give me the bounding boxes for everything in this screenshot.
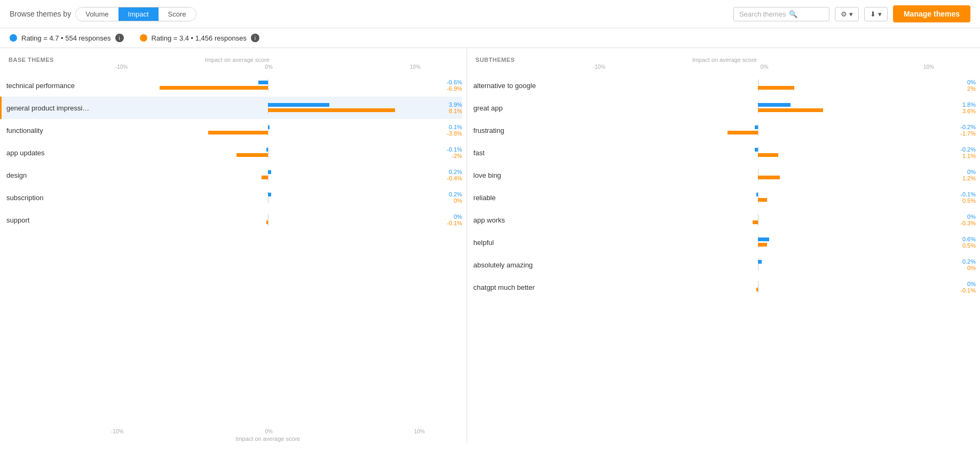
right-chart-label: Impact on average score [515,57,934,63]
value-orange: 1.2% [938,175,976,181]
value-blue: 0.6% [938,236,976,242]
value-col: 3.9%8.1% [425,101,462,114]
value-orange: -0.3% [938,220,976,226]
tab-volume[interactable]: Volume [76,7,118,21]
info-icon-1[interactable]: i [115,34,124,42]
value-blue: 0% [425,213,462,220]
info-icon-2[interactable]: i [251,34,259,42]
legend-item-2: Rating = 3.4 • 1,456 responses i [140,34,259,42]
bar-chart-container [111,169,425,181]
top-bar: Browse themes by Volume Impact Score Sea… [0,0,980,28]
theme-name: frustrating [471,126,578,134]
left-bottom-axis-center: 0% [265,429,272,434]
value-blue: -0.1% [425,146,462,153]
value-orange: 0% [938,265,976,271]
value-blue: 0% [938,213,976,220]
theme-row[interactable]: absolutely amazing0.2%0% [471,254,976,276]
theme-row[interactable]: general product impressi…3.9%8.1% [0,97,462,119]
value-col: -0.2%1.1% [938,146,976,159]
legend-label-1: Rating = 4.7 • 554 responses [21,34,111,42]
left-panel-header: BASE THEMES Impact on average score -10%… [0,57,467,74]
value-col: 0.2%-0.4% [425,169,462,181]
value-col: 0.2%0% [938,258,976,271]
bar-chart-container [111,124,425,136]
theme-row[interactable]: helpful0.6%0.5% [471,231,976,254]
value-col: -0.6%-6.9% [425,79,462,92]
theme-name: support [4,216,111,224]
download-icon: ⬇ [870,10,876,18]
theme-name: alternative to google [471,82,578,90]
left-panel: BASE THEMES Impact on average score -10%… [0,48,467,443]
chevron-down-icon: ▾ [849,10,853,18]
right-chart-area: alternative to google0%2%great app1.8%3.… [467,74,980,443]
value-blue: -0.6% [425,79,462,85]
theme-name: design [4,171,111,179]
left-axis-center: 0% [265,64,272,70]
value-col: 0%2% [938,79,976,92]
tab-group: Volume Impact Score [75,7,196,21]
right-panel: SUBTHEMES Impact on average score -10% 0… [467,48,980,443]
left-chart-label: Impact on average score [54,57,421,63]
value-col: 0.1%-3.8% [425,124,462,137]
bar-chart-container [111,214,425,226]
value-col: 0.2%0% [425,191,462,204]
theme-row[interactable]: great app1.8%3.6% [471,97,976,119]
search-box[interactable]: Search themes 🔍 [733,7,829,21]
theme-row[interactable]: app updates-0.1%-2% [4,141,462,164]
legend-item-1: Rating = 4.7 • 554 responses i [10,34,124,42]
theme-row[interactable]: support0%-0.1% [4,209,462,231]
bar-chart-container [578,102,938,114]
main-content: BASE THEMES Impact on average score -10%… [0,48,980,443]
value-orange: -0.1% [938,287,976,294]
right-axis-center: 0% [761,64,768,70]
value-col: -0.1%-2% [425,146,462,159]
browse-section: Browse themes by Volume Impact Score [10,7,196,21]
theme-row[interactable]: app works0%-0.3% [471,209,976,231]
bar-chart-container [111,192,425,203]
tab-score[interactable]: Score [159,7,196,21]
value-blue: -0.2% [938,124,976,130]
value-blue: 0% [938,281,976,287]
search-placeholder: Search themes [739,10,786,18]
right-axis-left: -10% [593,64,605,70]
theme-row[interactable]: technical performance-0.6%-6.9% [4,74,462,97]
theme-row[interactable]: chatgpt much better0%-0.1% [471,276,976,298]
manage-themes-button[interactable]: Manage themes [893,5,970,22]
value-blue: 0.2% [425,191,462,197]
value-orange: 0.5% [938,197,976,204]
legend-label-2: Rating = 3.4 • 1,456 responses [152,34,247,42]
theme-row[interactable]: frustrating-0.2%-1.7% [471,119,976,141]
tab-impact[interactable]: Impact [118,7,159,21]
value-blue: 1.8% [938,101,976,108]
theme-row[interactable]: love bing0%1.2% [471,164,976,186]
theme-name: great app [471,104,578,112]
value-col: 0%-0.3% [938,213,976,226]
value-blue: 0% [938,169,976,175]
theme-row[interactable]: reliable-0.1%0.5% [471,186,976,209]
bar-chart-container [578,236,938,248]
value-orange: -3.8% [425,130,462,137]
left-x-axis-label: Impact on average score [111,436,425,442]
theme-row[interactable]: design0.2%-0.4% [4,164,462,186]
gear-icon: ⚙ [841,10,847,18]
theme-row[interactable]: subscription0.2%0% [4,186,462,209]
bar-chart-container [111,147,425,159]
bar-chart-container [578,259,938,271]
theme-name: fast [471,149,578,157]
value-blue: 0.2% [425,169,462,175]
bar-chart-container [578,281,938,293]
download-button[interactable]: ⬇ ▾ [864,7,888,21]
value-col: 1.8%3.6% [938,101,976,114]
theme-row[interactable]: fast-0.2%1.1% [471,141,976,164]
theme-name: chatgpt much better [471,283,578,291]
theme-name: technical performance [4,82,111,90]
theme-name: love bing [471,171,578,179]
theme-row[interactable]: functionality0.1%-3.8% [4,119,462,141]
legend-dot-orange [140,34,147,42]
value-col: -0.2%-1.7% [938,124,976,137]
settings-button[interactable]: ⚙ ▾ [835,7,859,21]
theme-row[interactable]: alternative to google0%2% [471,74,976,97]
left-axis-right: 10% [410,64,421,70]
theme-name: absolutely amazing [471,261,578,269]
value-orange: 1.1% [938,153,976,159]
